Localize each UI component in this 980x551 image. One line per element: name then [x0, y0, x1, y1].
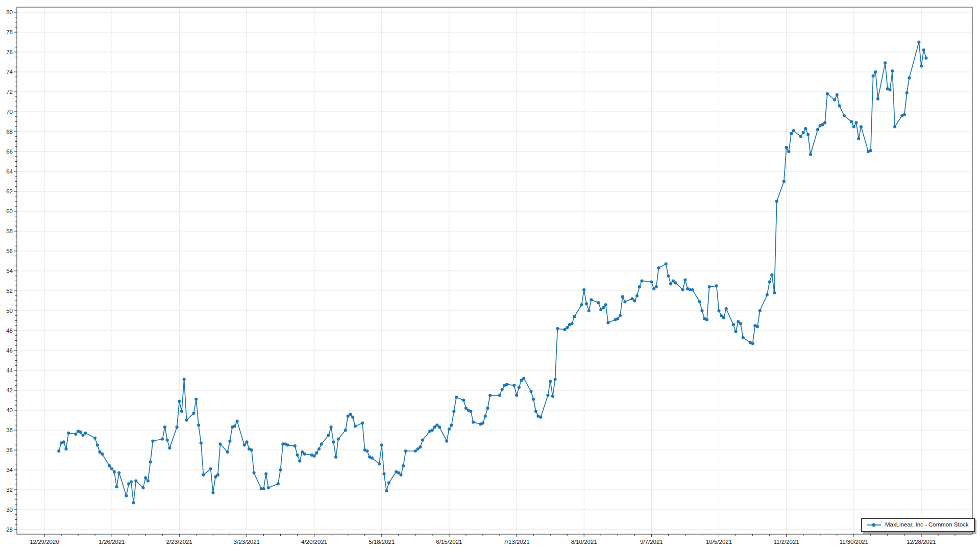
svg-text:8/10/2021: 8/10/2021	[571, 539, 597, 545]
svg-text:48: 48	[6, 328, 13, 334]
svg-text:54: 54	[6, 268, 13, 274]
svg-text:12/28/2021: 12/28/2021	[906, 539, 936, 545]
svg-text:40: 40	[6, 407, 13, 413]
series-marker-icon	[866, 522, 881, 528]
svg-text:58: 58	[6, 228, 13, 234]
svg-text:6/15/2021: 6/15/2021	[436, 539, 462, 545]
svg-text:5/18/2021: 5/18/2021	[369, 539, 395, 545]
svg-text:80: 80	[6, 9, 13, 15]
data-point-markers	[57, 40, 927, 504]
stock-price-chart: 2830323436384042444648505254565860626466…	[0, 0, 980, 551]
x-axis-tick-labels: 12/29/20201/26/20212/23/20213/23/20214/2…	[30, 539, 936, 545]
chart-window: 2830323436384042444648505254565860626466…	[0, 0, 980, 551]
svg-text:38: 38	[6, 427, 13, 433]
svg-text:46: 46	[6, 347, 13, 354]
gridlines	[17, 7, 972, 534]
svg-text:50: 50	[6, 308, 13, 314]
svg-text:56: 56	[6, 248, 13, 254]
legend-series-label: MaxLinear, Inc - Common Stock	[885, 522, 969, 528]
svg-text:28: 28	[6, 527, 13, 533]
svg-text:3/23/2021: 3/23/2021	[234, 539, 260, 545]
svg-text:62: 62	[6, 188, 13, 194]
svg-text:44: 44	[6, 367, 13, 373]
svg-text:30: 30	[6, 507, 13, 513]
svg-text:72: 72	[6, 89, 13, 95]
svg-text:10/5/2021: 10/5/2021	[706, 539, 732, 545]
svg-text:74: 74	[6, 69, 13, 75]
svg-text:42: 42	[6, 387, 13, 393]
svg-text:64: 64	[6, 168, 13, 174]
svg-text:11/2/2021: 11/2/2021	[774, 539, 799, 545]
svg-text:36: 36	[6, 447, 13, 453]
svg-text:76: 76	[6, 49, 13, 55]
svg-text:7/13/2021: 7/13/2021	[503, 539, 529, 545]
svg-text:9/7/2021: 9/7/2021	[640, 539, 663, 545]
svg-text:52: 52	[6, 288, 13, 294]
y-axis-tick-labels: 2830323436384042444648505254565860626466…	[6, 9, 13, 533]
price-line	[59, 42, 926, 503]
legend-box: MaxLinear, Inc - Common Stock	[861, 518, 975, 532]
svg-text:34: 34	[6, 467, 13, 473]
svg-text:78: 78	[6, 29, 13, 35]
svg-text:32: 32	[6, 487, 13, 493]
svg-text:68: 68	[6, 129, 13, 135]
svg-text:66: 66	[6, 148, 13, 155]
svg-text:12/29/2020: 12/29/2020	[30, 539, 59, 545]
svg-text:1/26/2021: 1/26/2021	[99, 539, 125, 545]
svg-text:11/30/2021: 11/30/2021	[839, 539, 868, 545]
svg-text:60: 60	[6, 208, 13, 214]
svg-text:2/23/2021: 2/23/2021	[166, 539, 192, 545]
axes	[14, 7, 972, 537]
svg-text:70: 70	[6, 109, 13, 115]
svg-text:4/20/2021: 4/20/2021	[301, 539, 327, 545]
